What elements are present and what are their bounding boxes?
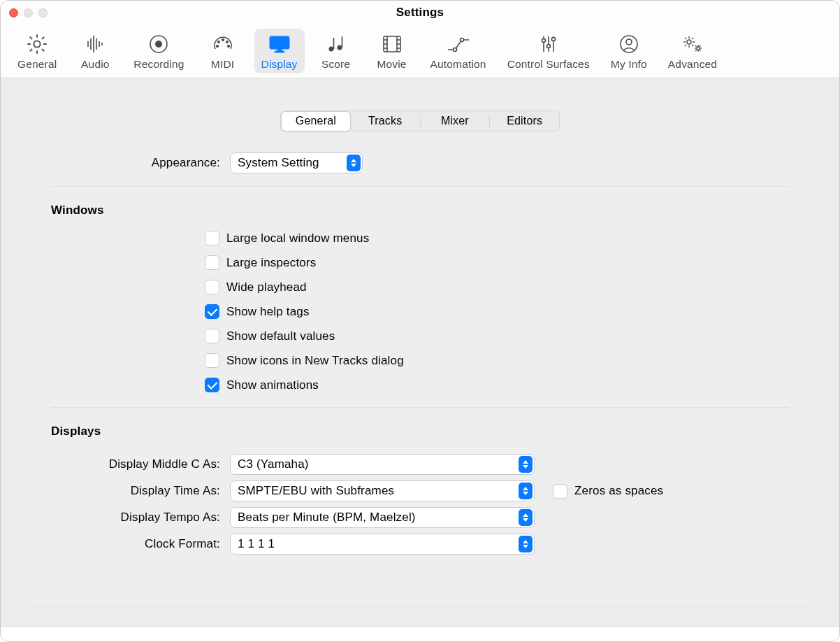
svg-rect-10 bbox=[275, 51, 284, 52]
middle-c-label: Display Middle C As: bbox=[51, 457, 222, 471]
display-tempo-select[interactable]: Beats per Minute (BPM, Maelzel) bbox=[230, 507, 535, 528]
svg-point-6 bbox=[216, 45, 218, 48]
dropdown-stepper-icon bbox=[347, 155, 361, 171]
select-value: 1 1 1 1 bbox=[238, 537, 275, 551]
svg-point-5 bbox=[226, 41, 228, 43]
checkbox-row-wide-playhead: Wide playhead bbox=[26, 275, 814, 299]
midi-port-icon bbox=[209, 33, 237, 55]
gear-icon bbox=[23, 33, 51, 55]
checkbox-label: Zeros as spaces bbox=[574, 484, 663, 498]
checkbox-row-large-inspectors: Large inspectors bbox=[26, 250, 814, 275]
toolbar-item-score[interactable]: Score bbox=[312, 29, 361, 73]
minimize-button[interactable] bbox=[24, 8, 33, 17]
record-icon bbox=[145, 33, 173, 55]
svg-point-18 bbox=[551, 38, 555, 41]
content-area: General Tracks Mixer Editors Appearance:… bbox=[1, 78, 839, 627]
appearance-label: Appearance: bbox=[51, 156, 222, 170]
select-value: SMPTE/EBU with Subframes bbox=[238, 484, 394, 498]
checkbox-show-icons-new-tracks[interactable] bbox=[205, 353, 219, 368]
clock-format-label: Clock Format: bbox=[51, 537, 222, 551]
audio-wave-icon bbox=[81, 33, 109, 55]
film-icon bbox=[378, 33, 406, 55]
svg-point-3 bbox=[222, 39, 224, 41]
gears-icon bbox=[679, 33, 707, 55]
svg-point-15 bbox=[460, 38, 463, 42]
checkbox-wide-playhead[interactable] bbox=[205, 280, 219, 294]
display-subtabs: General Tracks Mixer Editors bbox=[280, 110, 560, 131]
display-tempo-row: Display Tempo As: Beats per Minute (BPM,… bbox=[26, 504, 814, 531]
svg-point-17 bbox=[546, 45, 550, 48]
display-time-label: Display Time As: bbox=[51, 484, 222, 498]
checkbox-large-inspectors[interactable] bbox=[205, 255, 219, 270]
subtab-label: Mixer bbox=[441, 115, 469, 127]
subtab-general[interactable]: General bbox=[281, 111, 352, 131]
select-value: C3 (Yamaha) bbox=[238, 457, 309, 471]
toolbar-item-general[interactable]: General bbox=[10, 29, 64, 73]
maximize-button[interactable] bbox=[38, 8, 48, 17]
toolbar-label: Automation bbox=[430, 58, 486, 71]
svg-point-20 bbox=[626, 39, 632, 45]
titlebar: Settings bbox=[1, 1, 839, 24]
settings-panel: General Tracks Mixer Editors Appearance:… bbox=[26, 98, 814, 604]
automation-curve-icon bbox=[444, 33, 472, 55]
appearance-row: Appearance: System Setting bbox=[26, 150, 814, 176]
display-time-row: Display Time As: SMPTE/EBU with Subframe… bbox=[26, 478, 814, 504]
subtab-mixer[interactable]: Mixer bbox=[421, 111, 490, 131]
display-time-select[interactable]: SMPTE/EBU with Subframes bbox=[230, 480, 535, 501]
windows-section-header: Windows bbox=[26, 197, 814, 226]
clock-format-row: Clock Format: 1 1 1 1 bbox=[26, 531, 814, 557]
checkbox-label: Large local window menus bbox=[226, 231, 369, 245]
svg-point-0 bbox=[34, 41, 41, 47]
music-notes-icon bbox=[322, 33, 350, 55]
window-controls bbox=[9, 8, 48, 17]
svg-point-16 bbox=[542, 39, 545, 43]
middle-c-select[interactable]: C3 (Yamaha) bbox=[230, 454, 535, 475]
checkbox-label: Show icons in New Tracks dialog bbox=[226, 354, 404, 368]
svg-point-4 bbox=[217, 41, 219, 43]
toolbar-item-display[interactable]: Display bbox=[254, 29, 305, 73]
checkbox-row-show-default-values: Show default values bbox=[26, 324, 814, 348]
svg-point-14 bbox=[453, 48, 456, 52]
checkbox-large-local-window-menus[interactable] bbox=[205, 231, 219, 245]
dropdown-stepper-icon bbox=[519, 509, 533, 526]
window-title: Settings bbox=[1, 6, 839, 20]
zeros-as-spaces-group: Zeros as spaces bbox=[553, 484, 663, 499]
toolbar-item-control-surfaces[interactable]: Control Surfaces bbox=[500, 29, 597, 73]
subtab-editors[interactable]: Editors bbox=[490, 111, 559, 131]
displays-section-header: Displays bbox=[26, 418, 814, 447]
toolbar-label: Control Surfaces bbox=[507, 58, 590, 71]
appearance-select[interactable]: System Setting bbox=[230, 152, 363, 173]
dropdown-stepper-icon bbox=[519, 483, 533, 499]
checkbox-row-show-help-tags: Show help tags bbox=[26, 299, 814, 324]
checkbox-show-default-values[interactable] bbox=[205, 329, 219, 343]
toolbar-label: MIDI bbox=[211, 58, 234, 71]
clock-format-select[interactable]: 1 1 1 1 bbox=[230, 534, 535, 555]
checkbox-show-help-tags[interactable] bbox=[205, 304, 219, 319]
checkbox-zeros-as-spaces[interactable] bbox=[553, 484, 567, 499]
checkbox-show-animations[interactable] bbox=[205, 378, 219, 392]
toolbar-label: Recording bbox=[133, 58, 184, 71]
toolbar-label: Advanced bbox=[668, 58, 717, 71]
subtab-label: Editors bbox=[507, 115, 542, 127]
checkbox-label: Show help tags bbox=[226, 305, 310, 319]
toolbar-item-recording[interactable]: Recording bbox=[126, 29, 191, 73]
checkbox-label: Show animations bbox=[226, 378, 319, 392]
subtab-label: General bbox=[296, 115, 336, 127]
toolbar-label: Movie bbox=[377, 58, 406, 71]
toolbar-item-advanced[interactable]: Advanced bbox=[661, 29, 724, 73]
checkbox-label: Large inspectors bbox=[226, 256, 316, 270]
toolbar-item-audio[interactable]: Audio bbox=[71, 29, 120, 73]
toolbar-item-midi[interactable]: MIDI bbox=[198, 29, 247, 73]
toolbar-item-movie[interactable]: Movie bbox=[368, 29, 417, 73]
subtab-tracks[interactable]: Tracks bbox=[351, 111, 420, 131]
toolbar-item-my-info[interactable]: My Info bbox=[604, 29, 654, 73]
dropdown-stepper-icon bbox=[519, 536, 533, 552]
display-monitor-icon bbox=[266, 33, 294, 55]
toolbar-item-automation[interactable]: Automation bbox=[423, 29, 493, 73]
svg-point-22 bbox=[697, 47, 700, 50]
svg-point-12 bbox=[337, 45, 342, 50]
close-button[interactable] bbox=[9, 8, 18, 17]
settings-window: Settings General Audio bbox=[0, 0, 840, 642]
select-value: Beats per Minute (BPM, Maelzel) bbox=[238, 511, 416, 525]
toolbar-label: Score bbox=[321, 58, 350, 71]
